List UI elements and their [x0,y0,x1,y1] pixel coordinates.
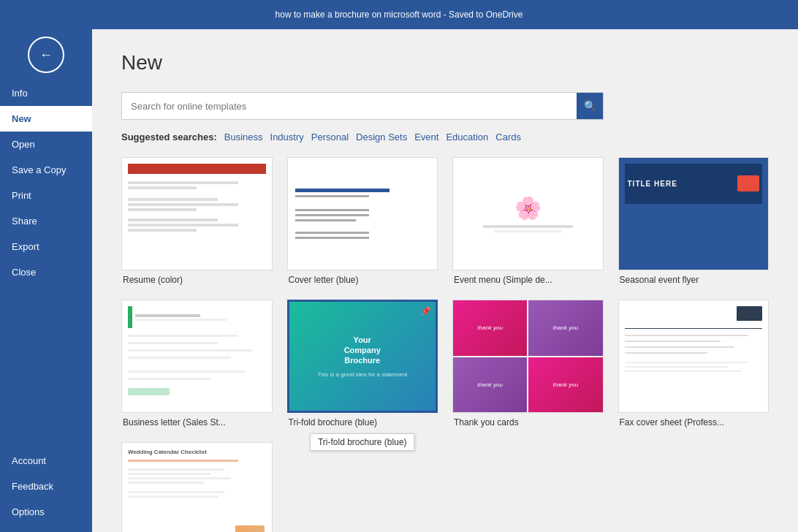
trifold-tooltip: Tri-fold brochure (blue) [310,433,415,451]
template-thumb-thank: thank you thank you thank you thank you [452,300,604,413]
sidebar-item-print[interactable]: Print [0,183,92,208]
suggested-education[interactable]: Education [446,132,488,142]
search-button[interactable]: 🔍 [577,93,603,119]
template-label-seasonal: Seasonal event flyer [618,275,770,285]
template-thumb-cover [287,157,438,270]
sidebar-item-export[interactable]: Export [0,234,92,259]
suggested-label: Suggested searches: [121,132,217,142]
template-thumb-trifold: YourCompanyBrochure This is a great idea… [287,300,438,413]
suggested-personal[interactable]: Personal [311,132,349,142]
template-resume-color[interactable]: Resume (color) [121,157,273,285]
template-thumb-event: 🌸 [452,157,604,270]
sidebar: ← Info New Open Save a Copy Print Share … [0,29,92,532]
template-thumb-seasonal: TITLE HERE [618,157,770,270]
sidebar-item-account[interactable]: Account [0,448,92,474]
sidebar-item-info[interactable]: Info [0,80,92,106]
search-input[interactable] [122,95,577,118]
suggested-searches: Suggested searches: Business Industry Pe… [121,132,769,142]
suggested-event[interactable]: Event [414,132,438,142]
sidebar-item-feedback[interactable]: Feedback [0,474,92,499]
pin-icon: 📌 [420,306,431,316]
template-thumb-resume [121,157,273,270]
search-bar: 🔍 [121,92,604,120]
search-icon: 🔍 [584,100,596,112]
template-biz-letter[interactable]: Business letter (Sales St... [121,300,273,428]
template-cover-letter[interactable]: Cover letter (blue) [287,157,438,285]
page-title: New [121,51,769,75]
template-trifold[interactable]: YourCompanyBrochure This is a great idea… [287,300,438,428]
template-label-thank: Thank you cards [452,417,604,428]
template-label-fax: Fax cover sheet (Profess... [618,417,770,428]
suggested-design-sets[interactable]: Design Sets [356,132,407,142]
template-label-event: Event menu (Simple de... [452,275,604,285]
templates-grid: Resume (color) [121,157,769,532]
template-event-menu[interactable]: 🌸 Event menu (Simple de... [452,157,604,285]
template-thank-you[interactable]: thank you thank you thank you thank you [452,300,604,428]
template-label-resume: Resume (color) [121,275,273,285]
template-label-cover: Cover letter (blue) [287,275,438,285]
sidebar-item-share[interactable]: Share [0,208,92,234]
sidebar-bottom: Account Feedback Options [0,448,92,532]
title-bar: how to make a brochure on microsoft word… [0,0,798,29]
suggested-industry[interactable]: Industry [270,132,304,142]
suggested-cards[interactable]: Cards [495,132,521,142]
template-label-biz: Business letter (Sales St... [121,417,273,428]
template-thumb-wedding: Wedding Calendar Checklist [121,442,273,532]
suggested-business[interactable]: Business [224,132,263,142]
template-label-trifold: Tri-fold brochure (blue) [287,417,438,428]
back-button[interactable]: ← [28,37,64,73]
sidebar-item-new[interactable]: New [0,106,92,132]
template-seasonal-flyer[interactable]: TITLE HERE Seasonal event flyer [618,157,770,285]
sidebar-item-open[interactable]: Open [0,132,92,157]
template-fax-cover[interactable]: Fax cover sheet (Profess... [618,300,770,428]
template-wedding-calendar[interactable]: Wedding Calendar Checklist [121,442,273,532]
template-thumb-fax [618,300,770,413]
sidebar-item-close[interactable]: Close [0,259,92,285]
content-area: New 🔍 Suggested searches: Business Indus… [92,29,798,532]
template-thumb-biz [121,300,273,413]
title-text: how to make a brochure on microsoft word… [276,10,523,20]
sidebar-item-options[interactable]: Options [0,499,92,525]
sidebar-item-save-copy[interactable]: Save a Copy [0,157,92,183]
sidebar-nav: Info New Open Save a Copy Print Share Ex… [0,80,92,285]
